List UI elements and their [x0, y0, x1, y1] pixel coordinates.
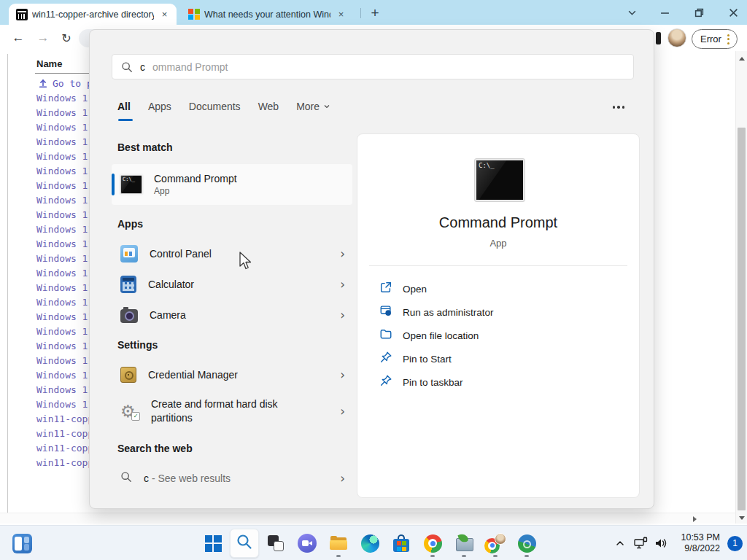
result-calculator[interactable]: Calculator› [112, 269, 352, 300]
tab-close-icon[interactable]: × [335, 8, 347, 20]
browser-error-menu-button[interactable]: Error [692, 29, 738, 49]
file-link[interactable]: Windows 11 [36, 280, 93, 295]
action-run-as-administrator[interactable]: Run as administrator [379, 300, 624, 324]
section-header: Search the web [117, 443, 193, 454]
file-link[interactable]: win11-copp [36, 411, 93, 426]
result-create-and-format-hard-disk-partitions[interactable]: ⚙✓Create and format hard disk partitions… [112, 390, 352, 432]
tab-archive-directory[interactable]: win11-copper-archive directory listing × [9, 4, 177, 25]
store-icon [392, 534, 410, 553]
file-link[interactable]: Windows 11 [36, 236, 93, 251]
file-link[interactable]: win11-copp [36, 455, 93, 470]
file-link[interactable]: Windows 11 [36, 338, 93, 353]
taskbar-image-viewer-button[interactable] [449, 529, 479, 558]
file-link[interactable]: Windows 11 [36, 178, 93, 192]
taskbar-task-view-button[interactable] [261, 529, 290, 558]
preview-title: Command Prompt [357, 214, 639, 231]
tab-title: What needs your attention Windows [204, 9, 330, 20]
profile-avatar[interactable] [667, 28, 686, 47]
network-button[interactable] [631, 532, 650, 555]
hidden-icons-button[interactable] [611, 532, 630, 555]
restore-button[interactable] [692, 6, 706, 19]
filter-tab-apps[interactable]: Apps [148, 101, 171, 115]
taskbar-chrome-button[interactable] [418, 529, 447, 558]
volume-button[interactable] [651, 532, 670, 555]
new-tab-button[interactable]: + [366, 4, 384, 22]
file-link[interactable]: Windows 11 [36, 163, 93, 178]
tab-attention-windows[interactable]: What needs your attention Windows × [181, 4, 353, 25]
result-subtitle: App [154, 186, 237, 196]
taskbar-file-explorer-button[interactable] [324, 529, 353, 558]
action-pin-to-taskbar[interactable]: Pin to taskbar [379, 370, 624, 394]
scroll-right-icon[interactable] [693, 516, 697, 522]
file-link[interactable]: Windows 11 [36, 105, 93, 120]
running-indicator [493, 555, 498, 557]
taskbar-chrome-profile-button[interactable] [481, 529, 510, 558]
file-link[interactable]: Windows 11 [36, 324, 93, 338]
action-label: Open [403, 284, 427, 295]
taskbar-clock[interactable]: 10:53 PM 9/8/2022 [676, 532, 720, 554]
taskbar-edge-button[interactable] [355, 529, 384, 558]
taskbar-microsoft-store-button[interactable] [387, 529, 416, 558]
file-link[interactable]: Windows 11 [36, 192, 93, 207]
header-rule [35, 73, 93, 74]
result-see-web-results[interactable]: c - See web results› [112, 463, 352, 494]
scroll-up-icon[interactable] [739, 57, 745, 61]
options-menu-icon[interactable] [608, 101, 630, 113]
search-input[interactable]: command Prompt [112, 54, 634, 79]
scroll-down-icon[interactable] [739, 516, 745, 520]
chevron-right-icon: › [340, 471, 345, 486]
taskbar-search-button[interactable] [230, 529, 259, 558]
forward-button[interactable]: → [34, 28, 53, 47]
file-link[interactable]: Windows 11 [36, 309, 93, 324]
extension-icon[interactable] [656, 32, 661, 44]
widgets-button[interactable] [6, 529, 38, 558]
file-link[interactable]: Windows 11 [36, 397, 93, 411]
preview-card: Command Prompt App OpenRun as administra… [357, 133, 640, 498]
action-pin-to-start[interactable]: Pin to Start [379, 347, 624, 370]
scrollbar-thumb[interactable] [738, 128, 746, 510]
file-link[interactable]: Windows 11 [36, 251, 93, 265]
filter-tab-more[interactable]: More [296, 101, 330, 115]
running-indicator [525, 555, 529, 557]
reload-button[interactable]: ↻ [57, 28, 76, 47]
file-link[interactable]: Windows 11 [36, 368, 93, 382]
result-text: Calculator [148, 279, 194, 290]
filter-tab-documents[interactable]: Documents [189, 101, 241, 115]
result-command-prompt[interactable]: Command PromptApp [112, 164, 352, 205]
taskbar-start-button[interactable] [198, 529, 228, 558]
file-link[interactable]: Windows 11 [36, 207, 93, 222]
file-link[interactable]: Windows 11 [36, 134, 93, 149]
back-button[interactable]: ← [9, 28, 28, 47]
file-link[interactable]: win11-copp [36, 440, 93, 455]
file-link[interactable]: Windows 11 [36, 295, 93, 309]
file-link[interactable]: Windows 11 [36, 353, 93, 368]
file-link[interactable]: Windows 11 [36, 265, 93, 280]
result-control-panel[interactable]: Control Panel› [112, 238, 352, 269]
vertical-scrollbar[interactable] [735, 51, 747, 524]
tab-search-chevron-icon[interactable] [624, 6, 639, 19]
filter-tab-web[interactable]: Web [258, 101, 279, 115]
filter-tab-all[interactable]: All [117, 101, 131, 115]
horizontal-scrollbar[interactable] [0, 513, 735, 524]
file-link[interactable]: Windows 11 [36, 120, 93, 134]
tab-close-icon[interactable]: × [158, 8, 171, 20]
action-open-file-location[interactable]: Open file location [379, 324, 624, 347]
file-link[interactable]: Windows 11 [36, 149, 93, 163]
result-camera[interactable]: Camera› [112, 300, 352, 330]
file-link[interactable]: Windows 11 [36, 382, 93, 397]
taskbar-download-manager-button[interactable] [512, 529, 541, 558]
action-open[interactable]: Open [379, 277, 624, 300]
file-list: Windows 11Windows 11Windows 11Windows 11… [36, 90, 93, 470]
taskbar-chat-button[interactable] [293, 529, 322, 558]
tray-date: 9/8/2022 [676, 543, 720, 554]
file-link[interactable]: Windows 11 [36, 222, 93, 236]
file-link[interactable]: win11-copp [36, 426, 93, 440]
microsoft-favicon [188, 9, 200, 20]
minimize-button[interactable] [657, 6, 672, 19]
result-credential-manager[interactable]: Credential Manager› [112, 359, 352, 390]
control-panel-icon [120, 245, 138, 262]
file-link[interactable]: Windows 11 [36, 90, 93, 105]
result-text: c - See web results [144, 472, 231, 484]
close-button[interactable] [726, 6, 740, 19]
notification-badge[interactable]: 1 [727, 536, 743, 551]
